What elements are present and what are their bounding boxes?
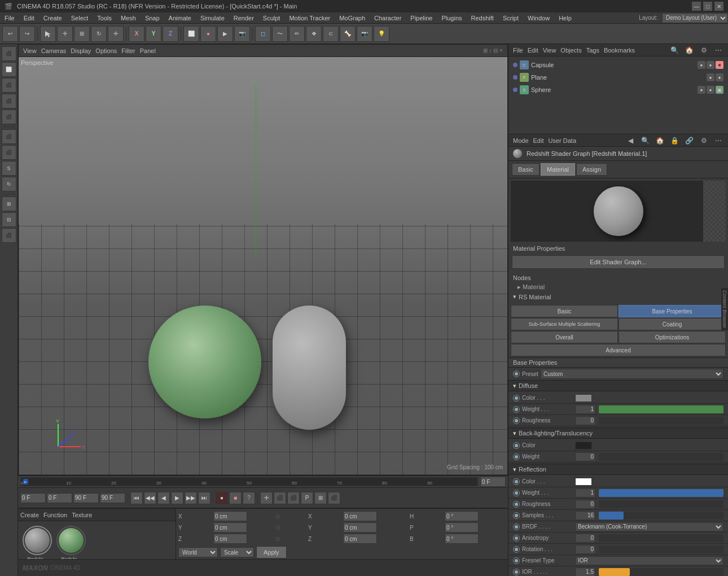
viewport-panel-menu[interactable]: Panel xyxy=(140,47,156,54)
spline-tool[interactable]: ✏ xyxy=(289,26,305,42)
refl-anisotropy-slider[interactable] xyxy=(599,534,723,542)
refl-samples-radio[interactable] xyxy=(513,512,520,519)
menu-sculpt[interactable]: Sculpt xyxy=(258,12,285,23)
back-weight-slider[interactable] xyxy=(599,453,723,461)
mat-create-btn[interactable]: Create xyxy=(20,512,39,518)
capsule-object[interactable] xyxy=(273,306,346,430)
menu-pipeline[interactable]: Pipeline xyxy=(406,12,437,23)
minimize-button[interactable]: — xyxy=(692,2,701,11)
undo-button[interactable]: ↩ xyxy=(2,26,18,42)
menu-simulate[interactable]: Simulate xyxy=(196,12,229,23)
subtab-sss[interactable]: Sub-Surface Multiple Scattering xyxy=(511,318,618,330)
material-thumb-2[interactable] xyxy=(56,526,86,555)
attr-settings-icon[interactable]: ⚙ xyxy=(699,136,709,146)
p-rot-input[interactable] xyxy=(445,522,479,533)
back-weight-radio[interactable] xyxy=(513,453,520,460)
refl-roughness-radio[interactable] xyxy=(513,501,520,508)
x-pos-input[interactable] xyxy=(213,511,247,521)
attr-mode-btn[interactable]: Mode xyxy=(513,137,529,144)
b-rot-input[interactable] xyxy=(445,534,479,544)
obj-settings-icon[interactable]: ⚙ xyxy=(699,45,709,55)
cy-scale-input[interactable] xyxy=(343,522,377,533)
menu-redshift[interactable]: Redshift xyxy=(467,12,498,23)
refl-ior-slider[interactable] xyxy=(599,568,723,576)
back-color-radio[interactable] xyxy=(513,442,520,449)
preset-radio[interactable] xyxy=(513,370,520,377)
obj-vis-capsule[interactable]: ● xyxy=(698,61,705,69)
edit-shader-btn[interactable]: Edit Shader Graph... xyxy=(512,255,725,269)
attr-lock-icon[interactable]: 🔒 xyxy=(669,136,679,146)
material-item-1[interactable]: Redshi... xyxy=(23,526,52,562)
tab-assign[interactable]: Assign xyxy=(576,163,607,176)
obj-mat-sphere[interactable]: ▣ xyxy=(716,86,723,94)
subtab-base-properties[interactable]: Base Properties xyxy=(619,305,726,317)
prev-frame-btn[interactable]: ◀◀ xyxy=(144,492,156,504)
obj-lock-plane[interactable]: ● xyxy=(716,73,723,81)
edge-mode-btn[interactable]: ⬛ xyxy=(2,78,16,93)
subtab-overall[interactable]: Overall xyxy=(511,331,618,343)
subtab-optimizations[interactable]: Optimizations xyxy=(619,331,726,343)
obj-view-btn[interactable]: View xyxy=(543,47,556,54)
diffuse-weight-slider[interactable] xyxy=(599,405,723,413)
point-mode-btn[interactable]: ⬛ xyxy=(2,94,16,108)
refl-weight-slider[interactable] xyxy=(599,489,723,497)
obj-tags-btn[interactable]: Tags xyxy=(586,47,599,54)
obj-vis-sphere[interactable]: ● xyxy=(698,86,705,94)
menu-script[interactable]: Script xyxy=(498,12,523,23)
curve-tool[interactable]: 〜 xyxy=(272,26,288,42)
frame-start-input[interactable] xyxy=(20,493,46,503)
viewport-options-btn[interactable]: ⬛ xyxy=(328,492,340,504)
menu-select[interactable]: Select xyxy=(67,12,93,23)
material-item-2[interactable]: Redshi... xyxy=(56,526,86,562)
back-weight-input[interactable] xyxy=(575,452,595,461)
diffuse-weight-radio[interactable] xyxy=(513,406,520,413)
refl-ior-radio[interactable] xyxy=(513,569,520,575)
scale-tool[interactable]: ⊞ xyxy=(74,26,90,42)
timeline-end-input[interactable] xyxy=(480,477,506,487)
obj-home-icon[interactable]: 🏠 xyxy=(684,45,694,55)
snap-btn[interactable]: ⊞ xyxy=(2,197,16,211)
subtab-basic[interactable]: Basic xyxy=(511,305,618,317)
diffuse-roughness-radio[interactable] xyxy=(513,417,520,424)
layout-dropdown[interactable]: Demo Layout (User) xyxy=(662,13,728,23)
apply-button[interactable]: Apply xyxy=(256,546,287,558)
frame-end-input[interactable] xyxy=(100,493,125,503)
refl-weight-radio[interactable] xyxy=(513,490,520,496)
diffuse-weight-input[interactable] xyxy=(575,405,595,414)
refl-brdf-radio[interactable] xyxy=(513,523,520,530)
menu-window[interactable]: Window xyxy=(523,12,554,23)
preset-dropdown[interactable]: Custom xyxy=(541,369,723,379)
diffuse-color-swatch[interactable] xyxy=(575,394,592,402)
diffuse-color-radio[interactable] xyxy=(513,395,520,402)
obj-item-capsule[interactable]: C Capsule ● ● ◾ xyxy=(508,59,728,71)
backlighting-group-header[interactable]: ▾ Back-lighting/Translucency xyxy=(508,427,728,439)
viewport-filter-menu[interactable]: Filter xyxy=(121,47,135,54)
menu-animate[interactable]: Animate xyxy=(164,12,196,23)
obj-file-btn[interactable]: File xyxy=(513,47,523,54)
transform-tool[interactable]: ✛ xyxy=(108,26,124,42)
goto-start-btn[interactable]: ⏮ xyxy=(130,492,143,504)
obj-item-sphere[interactable]: S Sphere ● ● ▣ xyxy=(508,84,728,96)
add-keyframe-btn[interactable]: ✛ xyxy=(260,492,273,504)
rotate-mode[interactable]: ↻ xyxy=(2,177,16,191)
refl-color-swatch[interactable] xyxy=(575,478,592,486)
x-axis-btn[interactable]: X xyxy=(129,26,144,42)
record-active-btn[interactable]: ● xyxy=(216,492,228,504)
record-btn[interactable]: ● xyxy=(200,26,216,42)
goto-end-btn[interactable]: ⏭ xyxy=(198,492,210,504)
rigging-btn[interactable]: 🦴 xyxy=(340,26,356,42)
record-stop-btn[interactable]: ■ xyxy=(229,492,242,504)
refl-roughness-slider[interactable] xyxy=(599,500,723,508)
refl-rotation-input[interactable] xyxy=(575,545,595,554)
param-btn[interactable]: P xyxy=(301,492,313,504)
rotate-tool[interactable]: ↻ xyxy=(91,26,107,42)
menu-edit[interactable]: Edit xyxy=(19,12,39,23)
subdiv-btn[interactable]: ❖ xyxy=(306,26,322,42)
attr-userdata-btn[interactable]: User Data xyxy=(549,137,577,144)
redo-button[interactable]: ↪ xyxy=(19,26,35,42)
cz-scale-input[interactable] xyxy=(343,534,377,544)
more-btn[interactable]: ⬛ xyxy=(2,228,16,243)
maximize-button[interactable]: □ xyxy=(703,2,712,11)
deform-btn[interactable]: ⊂ xyxy=(323,26,339,42)
refl-rotation-slider[interactable] xyxy=(599,546,723,553)
